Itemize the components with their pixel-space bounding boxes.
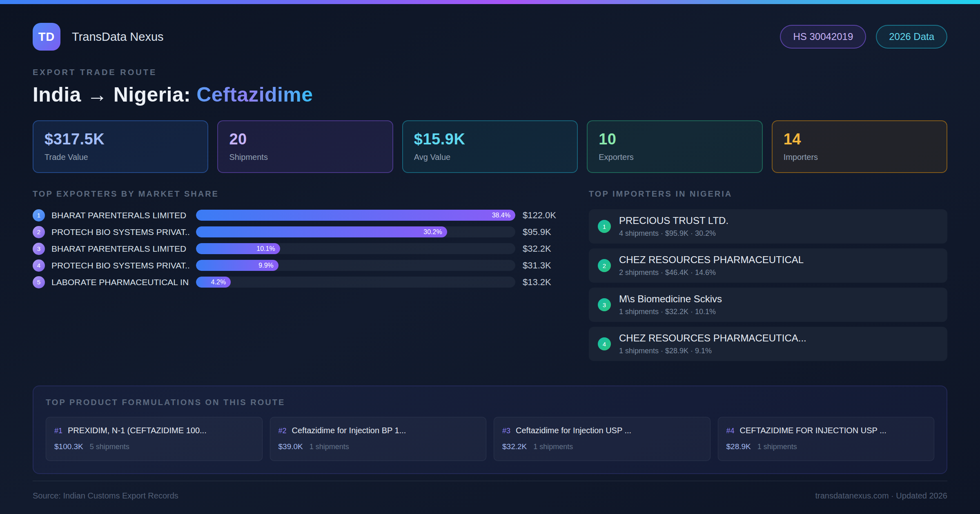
formulation-shipments: 5 shipments: [90, 443, 129, 451]
formulation-meta-line: $28.9K 1 shipments: [726, 442, 926, 451]
market-share-percent: 38.4%: [492, 212, 515, 219]
stat-value: $15.9K: [414, 131, 566, 148]
exporters-section: TOP EXPORTERS BY MARKET SHARE 1 BHARAT P…: [33, 189, 564, 293]
market-share-bar-track: 38.4%: [196, 210, 515, 221]
formulation-title-line: #4 CEFTAZIDIME FOR INJECTION USP ...: [726, 426, 926, 435]
importers-section: TOP IMPORTERS IN NIGERIA 1 PRECIOUS TRUS…: [589, 189, 947, 366]
stat-cards-row: $317.5K Trade Value 20 Shipments $15.9K …: [33, 120, 947, 173]
importer-card[interactable]: 1 PRECIOUS TRUST LTD. 4 shipments · $95.…: [589, 209, 947, 244]
market-share-bar-track: 4.2%: [196, 277, 515, 288]
formulation-cards-row: #1 PREXIDIM, N-1 (CEFTAZIDIME 100... $10…: [46, 417, 934, 461]
top-accent-bar: [0, 0, 980, 4]
exporter-name: PROTECH BIO SYSTEMS PRIVAT...: [51, 261, 189, 270]
formulation-shipments: 1 shipments: [310, 443, 349, 451]
app-logo-icon: TD: [33, 23, 60, 51]
formulation-card[interactable]: #2 Ceftazidime for Injection BP 1... $39…: [270, 417, 487, 461]
header-badges: HS 30042019 2026 Data: [780, 25, 947, 49]
origin-country: India: [33, 83, 81, 106]
market-share-percent: 9.9%: [258, 262, 278, 269]
market-share-percent: 30.2%: [423, 228, 447, 236]
formulation-name: CEFTAZIDIME FOR INJECTION USP ...: [740, 426, 886, 435]
market-share-bar-fill: 9.9%: [196, 260, 278, 271]
importer-meta: 1 shipments · $28.9K · 9.1%: [619, 347, 806, 355]
formulation-name: Ceftazidime for Injection USP ...: [516, 426, 631, 435]
formulation-shipments: 1 shipments: [757, 443, 797, 451]
formulation-card[interactable]: #4 CEFTAZIDIME FOR INJECTION USP ... $28…: [718, 417, 935, 461]
importer-name: CHEZ RESOURCES PHARMACEUTICA...: [619, 332, 806, 344]
exporter-name: PROTECH BIO SYSTEMS PRIVAT...: [51, 227, 189, 237]
formulations-panel: TOP PRODUCT FORMULATIONS ON THIS ROUTE #…: [33, 386, 947, 474]
exporter-name: BHARAT PARENTERALS LIMITED: [51, 210, 189, 220]
rank-badge: 4: [33, 259, 45, 272]
exporter-name: LABORATE PHARMACEUTICAL IN...: [51, 277, 189, 287]
exporter-value: $32.2K: [523, 244, 564, 254]
page-footer: Source: Indian Customs Export Records tr…: [33, 481, 947, 501]
market-share-bar-track: 9.9%: [196, 260, 515, 271]
stat-card-avg-value: $15.9K Avg Value: [402, 120, 578, 173]
product-name: Ceftazidime: [196, 83, 313, 106]
stat-card-importers: 14 Importers: [772, 120, 947, 173]
importer-card[interactable]: 3 M\s Biomedicine Sckivs 1 shipments · $…: [589, 288, 947, 322]
importer-meta: 1 shipments · $32.2K · 10.1%: [619, 308, 722, 316]
importer-text: CHEZ RESOURCES PHARMACEUTICAL 2 shipment…: [619, 254, 804, 277]
formulation-name: Ceftazidime for Injection BP 1...: [292, 426, 406, 435]
rank-badge: 3: [598, 298, 611, 311]
formulation-meta-line: $39.0K 1 shipments: [278, 442, 478, 451]
stat-label: Trade Value: [45, 153, 196, 162]
data-year-badge[interactable]: 2026 Data: [876, 25, 947, 49]
exporter-row[interactable]: 4 PROTECH BIO SYSTEMS PRIVAT... 9.9% $31…: [33, 259, 564, 271]
formulation-rank: #4: [726, 427, 735, 435]
stat-card-trade-value: $317.5K Trade Value: [33, 120, 208, 173]
rank-badge: 2: [598, 259, 611, 272]
importer-meta: 4 shipments · $95.9K · 30.2%: [619, 229, 728, 238]
formulation-title-line: #3 Ceftazidime for Injection USP ...: [502, 426, 702, 435]
stat-label: Exporters: [599, 153, 751, 162]
importer-name: M\s Biomedicine Sckivs: [619, 293, 722, 305]
exporter-row[interactable]: 5 LABORATE PHARMACEUTICAL IN... 4.2% $13…: [33, 276, 564, 288]
formulation-meta-line: $100.3K 5 shipments: [54, 442, 254, 451]
exporter-row[interactable]: 1 BHARAT PARENTERALS LIMITED 38.4% $122.…: [33, 209, 564, 221]
formulation-value: $39.0K: [278, 442, 303, 451]
exporter-row[interactable]: 2 PROTECH BIO SYSTEMS PRIVAT... 30.2% $9…: [33, 226, 564, 238]
formulation-rank: #2: [278, 427, 287, 435]
exporter-value: $122.0K: [523, 210, 564, 221]
importer-card[interactable]: 2 CHEZ RESOURCES PHARMACEUTICAL 2 shipme…: [589, 248, 947, 283]
formulation-value: $100.3K: [54, 442, 83, 451]
destination-country: Nigeria:: [114, 83, 191, 106]
stat-label: Importers: [784, 153, 935, 162]
rank-badge: 4: [598, 337, 611, 350]
formulation-card[interactable]: #1 PREXIDIM, N-1 (CEFTAZIDIME 100... $10…: [46, 417, 263, 461]
market-share-percent: 4.2%: [211, 279, 231, 286]
importer-card[interactable]: 4 CHEZ RESOURCES PHARMACEUTICA... 1 ship…: [589, 327, 947, 361]
formulation-value: $32.2K: [502, 442, 527, 451]
exporter-value: $13.2K: [523, 277, 564, 288]
app-header: TD TransData Nexus HS 30042019 2026 Data: [33, 23, 947, 51]
exporter-value: $31.3K: [523, 260, 564, 271]
footer-site: transdatanexus.com · Updated 2026: [815, 491, 947, 501]
market-share-bar-fill: 30.2%: [196, 226, 447, 237]
market-share-bar-track: 10.1%: [196, 243, 515, 254]
formulation-meta-line: $32.2K 1 shipments: [502, 442, 702, 451]
importer-text: M\s Biomedicine Sckivs 1 shipments · $32…: [619, 293, 722, 316]
exporter-row[interactable]: 3 BHARAT PARENTERALS LIMITED 10.1% $32.2…: [33, 243, 564, 255]
page-title: India → Nigeria: Ceftazidime: [33, 83, 947, 106]
formulation-title-line: #2 Ceftazidime for Injection BP 1...: [278, 426, 478, 435]
exporters-heading: TOP EXPORTERS BY MARKET SHARE: [33, 189, 564, 199]
formulation-shipments: 1 shipments: [533, 443, 573, 451]
stat-card-exporters: 10 Exporters: [587, 120, 762, 173]
stat-value: 10: [599, 131, 751, 148]
formulation-name: PREXIDIM, N-1 (CEFTAZIDIME 100...: [68, 426, 207, 435]
stat-label: Shipments: [229, 153, 381, 162]
brand: TD TransData Nexus: [33, 23, 164, 51]
formulation-card[interactable]: #3 Ceftazidime for Injection USP ... $32…: [494, 417, 710, 461]
stat-card-shipments: 20 Shipments: [217, 120, 393, 173]
hs-code-badge[interactable]: HS 30042019: [780, 25, 866, 49]
stat-label: Avg Value: [414, 153, 566, 162]
market-share-bar-fill: 10.1%: [196, 243, 280, 254]
exporter-value: $95.9K: [523, 227, 564, 237]
stat-value: 20: [229, 131, 381, 148]
importer-name: PRECIOUS TRUST LTD.: [619, 215, 728, 226]
rank-badge: 5: [33, 276, 45, 288]
exporter-name: BHARAT PARENTERALS LIMITED: [51, 244, 189, 254]
formulation-rank: #1: [54, 427, 62, 435]
